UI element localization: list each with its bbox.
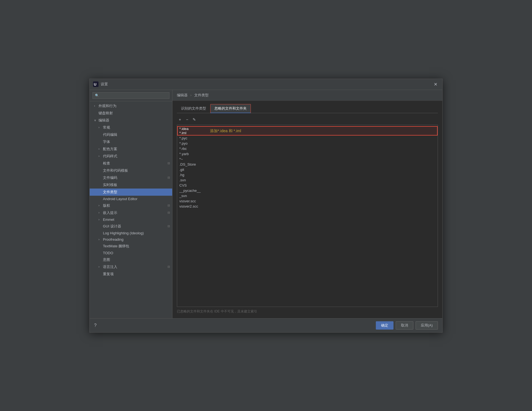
sidebar-item-keymap[interactable]: 键盘映射 — [90, 110, 172, 117]
sidebar-item-inlay-hints[interactable]: › 嵌入提示 ⊟ — [90, 209, 172, 216]
file-list-wrapper: *.idea *.iml *.pyc *.pyo *.rbc *.yarb *~… — [177, 125, 438, 307]
sidebar-item-label: 字体 — [103, 139, 110, 144]
confirm-button[interactable]: 确定 — [376, 321, 393, 330]
external-link-icon: ⊟ — [167, 204, 170, 207]
sidebar-item-language-inject[interactable]: › 语言注入 ⊟ — [90, 263, 172, 271]
sidebar-item-editor[interactable]: ∨ 编辑器 — [90, 117, 172, 124]
breadcrumb-current: 文件类型 — [194, 93, 209, 97]
sidebar-item-label: 文件类型 — [103, 190, 117, 195]
sidebar-item-label: 编辑器 — [99, 118, 109, 123]
sidebar-item-label: 外观和行为 — [99, 104, 116, 108]
sidebar-item-label: 嵌入提示 — [103, 210, 117, 215]
close-button[interactable]: ✕ — [432, 81, 439, 87]
list-item: *.yarb — [177, 151, 438, 157]
sidebar-item-emmet[interactable]: › Emmet — [90, 216, 172, 223]
add-button[interactable]: + — [177, 116, 183, 123]
sidebar-item-proofreading[interactable]: › Proofreading — [90, 236, 172, 243]
sidebar-item-textmate-bundles[interactable]: TextMate 捆绑包 — [90, 243, 172, 250]
sidebar-item-label: Log Highlighting (Ideolog) — [103, 231, 144, 235]
list-item: *.rbc — [177, 146, 438, 151]
list-item: .git — [177, 167, 438, 172]
remove-button[interactable]: − — [184, 116, 190, 123]
expand-arrow-icon: › — [99, 126, 102, 129]
sidebar-item-label: GUI 设计器 — [103, 224, 121, 229]
tab-recognized[interactable]: 识别的文件类型 — [177, 104, 210, 113]
sidebar-item-font[interactable]: 字体 — [90, 138, 172, 145]
sidebar-item-label: 版权 — [103, 203, 110, 208]
expand-arrow-icon: › — [99, 265, 102, 268]
sidebar-item-code-style[interactable]: › 代码样式 — [90, 153, 172, 160]
sidebar-item-color-scheme[interactable]: › 配色方案 — [90, 145, 172, 153]
sidebar-item-label: 检查 — [103, 161, 110, 166]
expand-arrow-icon: › — [99, 147, 102, 150]
titlebar: U 设置 ✕ — [90, 79, 442, 90]
main-content: 编辑器 › 文件类型 识别的文件类型 忽略的文件和文件夹 + − — [172, 90, 442, 318]
dialog-title: 设置 — [101, 82, 432, 87]
sidebar-item-todo[interactable]: TODO — [90, 250, 172, 256]
sidebar-item-file-code-templates[interactable]: 文件和代码模板 — [90, 167, 172, 174]
expand-arrow-icon: › — [99, 238, 102, 241]
sidebar-item-file-types[interactable]: 文件类型 — [90, 189, 172, 196]
highlighted-file-item: *.idea *.iml — [177, 126, 438, 136]
sidebar-item-file-encodings[interactable]: 文件编码 ⊟ — [90, 174, 172, 181]
sidebar-item-general[interactable]: › 常规 — [90, 124, 172, 131]
sidebar-item-code-editing[interactable]: 代码编辑 — [90, 131, 172, 138]
list-item: *.pyo — [177, 141, 438, 146]
bottom-hint: 已忽略的文件和文件夹在 IDE 中不可见，且未建立索引 — [177, 307, 438, 315]
svg-text:U: U — [94, 82, 96, 86]
external-link-icon: ⊟ — [167, 224, 170, 228]
breadcrumb-sep: › — [190, 93, 191, 97]
sidebar-item-label: 配色方案 — [103, 147, 117, 152]
list-item: __pycache__ — [177, 188, 438, 193]
sidebar-item-android-layout-editor[interactable]: Android Layout Editor — [90, 196, 172, 202]
sidebar-item-log-highlighting[interactable]: Log Highlighting (Ideolog) — [90, 230, 172, 236]
sidebar-item-label: 代码样式 — [103, 154, 117, 159]
search-area — [90, 90, 172, 101]
sidebar-item-label: Proofreading — [103, 237, 123, 242]
breadcrumb-parent: 编辑器 — [177, 93, 188, 97]
list-item: vssver.scc — [177, 198, 438, 204]
sidebar-item-label: 键盘映射 — [99, 111, 113, 116]
sidebar-item-label: 语言注入 — [103, 264, 117, 269]
breadcrumb: 编辑器 › 文件类型 — [172, 90, 442, 101]
sidebar-item-live-templates[interactable]: 实时模板 — [90, 181, 172, 189]
sidebar-item-intent[interactable]: 意图 — [90, 256, 172, 263]
sidebar-item-label: 常规 — [103, 125, 110, 130]
sidebar-item-appearance[interactable]: › 外观和行为 — [90, 102, 172, 110]
sidebar-item-label: TODO — [103, 251, 113, 255]
list-item: vssver2.scc — [177, 204, 438, 209]
footer: ? 确定 取消 应用(A) — [90, 318, 442, 332]
external-link-icon: ⊟ — [167, 211, 170, 214]
sidebar-item-reset-items[interactable]: 重复项 — [90, 271, 172, 278]
list-item: *.pyc — [177, 136, 438, 141]
content-area: 识别的文件类型 忽略的文件和文件夹 + − ✎ — [172, 101, 442, 318]
list-item: .svn — [177, 177, 438, 183]
tab-bar: 识别的文件类型 忽略的文件和文件夹 — [177, 104, 438, 113]
list-item: CVS — [177, 183, 438, 188]
sidebar-item-inspections[interactable]: 检查 ⊟ — [90, 160, 172, 167]
search-input[interactable] — [92, 92, 169, 99]
footer-actions: 确定 取消 应用(A) — [376, 321, 438, 330]
dialog-body: › 外观和行为 键盘映射 ∨ 编辑器 › 常规 代码编辑 — [90, 90, 442, 318]
file-list[interactable]: *.idea *.iml *.pyc *.pyo *.rbc *.yarb *~… — [177, 125, 438, 307]
expand-arrow-icon: › — [94, 104, 97, 107]
expand-arrow-icon: › — [99, 155, 102, 158]
expand-arrow-icon: › — [99, 204, 102, 207]
edit-button[interactable]: ✎ — [191, 116, 197, 123]
expand-arrow-icon: › — [99, 211, 102, 214]
sidebar-item-gui-designer[interactable]: GUI 设计器 ⊟ — [90, 223, 172, 230]
external-link-icon: ⊟ — [167, 161, 170, 165]
apply-button[interactable]: 应用(A) — [416, 321, 438, 330]
help-button[interactable]: ? — [94, 323, 97, 328]
tab-ignored[interactable]: 忽略的文件和文件夹 — [210, 104, 251, 113]
sidebar-item-copyright[interactable]: › 版权 ⊟ — [90, 202, 172, 209]
sidebar-item-label: 重复项 — [103, 272, 114, 277]
list-item: *~ — [177, 157, 438, 162]
file-list-toolbar: + − ✎ — [177, 116, 438, 123]
list-item: .DS_Store — [177, 162, 438, 167]
external-link-icon: ⊟ — [167, 265, 170, 269]
list-item: .hg — [177, 172, 438, 177]
sidebar: › 外观和行为 键盘映射 ∨ 编辑器 › 常规 代码编辑 — [90, 90, 172, 318]
expand-arrow-icon: ∨ — [94, 119, 97, 122]
cancel-button[interactable]: 取消 — [396, 321, 413, 330]
